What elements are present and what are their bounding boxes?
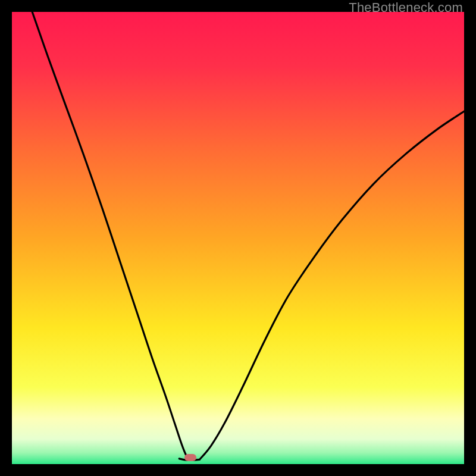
chart-frame: [12, 12, 464, 464]
bottleneck-chart: [12, 12, 464, 464]
minimum-marker: [184, 454, 196, 461]
